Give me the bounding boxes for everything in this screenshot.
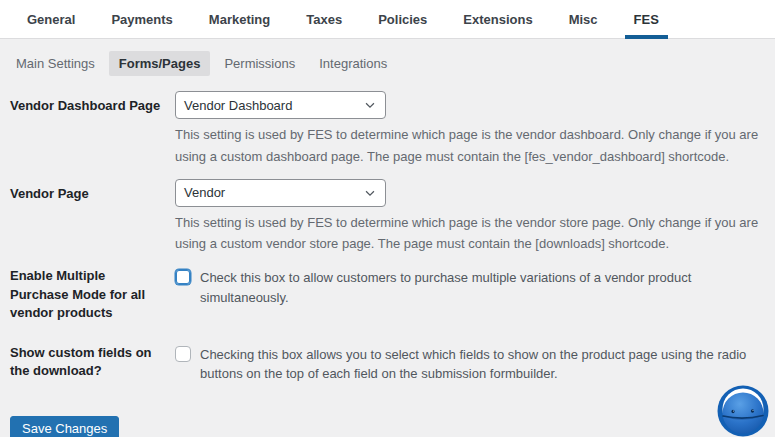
select-value: Vendor (184, 185, 225, 200)
subtab-integrations[interactable]: Integrations (309, 51, 397, 76)
help-beacon-button[interactable] (717, 385, 769, 437)
setting-label: Enable Multiple Purchase Mode for all ve… (10, 266, 175, 322)
tab-label: FES (634, 12, 659, 27)
setting-label: Vendor Dashboard Page (10, 91, 175, 168)
fes-subtabs: Main Settings Forms/Pages Permissions In… (6, 51, 775, 76)
tab-label: Misc (569, 12, 598, 27)
subtab-forms-pages[interactable]: Forms/Pages (109, 51, 211, 76)
tab-general[interactable]: General (18, 0, 84, 38)
setting-row-vendor-page: Vendor Page Vendor This setting is used … (10, 179, 765, 256)
tab-payments[interactable]: Payments (102, 0, 181, 38)
tab-label: Extensions (463, 12, 532, 27)
show-custom-fields-checkbox[interactable] (175, 346, 191, 362)
select-value: Vendor Dashboard (184, 98, 292, 113)
setting-label: Vendor Page (10, 179, 175, 256)
multiple-purchase-mode-checkbox[interactable] (175, 269, 191, 285)
subtab-permissions[interactable]: Permissions (214, 51, 305, 76)
help-beacon-mascot (717, 385, 769, 437)
setting-row-show-custom-fields: Show custom fields on the download? Chec… (10, 343, 765, 384)
checkbox-description: Checking this box allows you to select w… (200, 345, 765, 384)
settings-tabbar: General Payments Marketing Taxes Policie… (0, 0, 775, 39)
tab-label: Policies (378, 12, 427, 27)
tab-misc[interactable]: Misc (560, 0, 607, 38)
vendor-dashboard-page-select[interactable]: Vendor Dashboard (175, 91, 386, 119)
fes-forms-pages-settings: Vendor Dashboard Page Vendor Dashboard T… (0, 76, 775, 437)
setting-row-vendor-dashboard-page: Vendor Dashboard Page Vendor Dashboard T… (10, 91, 765, 168)
tab-label: General (27, 12, 75, 27)
setting-description: This setting is used by FES to determine… (175, 124, 765, 168)
setting-label: Show custom fields on the download? (10, 343, 175, 384)
chevron-down-icon (363, 98, 377, 112)
vendor-page-select[interactable]: Vendor (175, 179, 386, 207)
chevron-down-icon (363, 186, 377, 200)
setting-row-multiple-purchase-mode: Enable Multiple Purchase Mode for all ve… (10, 266, 765, 322)
tab-fes[interactable]: FES (625, 0, 668, 38)
tab-extensions[interactable]: Extensions (454, 0, 541, 38)
tab-taxes[interactable]: Taxes (297, 0, 351, 38)
tab-marketing[interactable]: Marketing (200, 0, 279, 38)
setting-description: This setting is used by FES to determine… (175, 212, 765, 256)
subtab-main-settings[interactable]: Main Settings (6, 51, 105, 76)
tab-label: Marketing (209, 12, 270, 27)
tab-label: Taxes (306, 12, 342, 27)
tab-policies[interactable]: Policies (369, 0, 436, 38)
tab-label: Payments (111, 12, 172, 27)
save-changes-button[interactable]: Save Changes (10, 416, 119, 437)
checkbox-description: Check this box to allow customers to pur… (200, 268, 765, 307)
